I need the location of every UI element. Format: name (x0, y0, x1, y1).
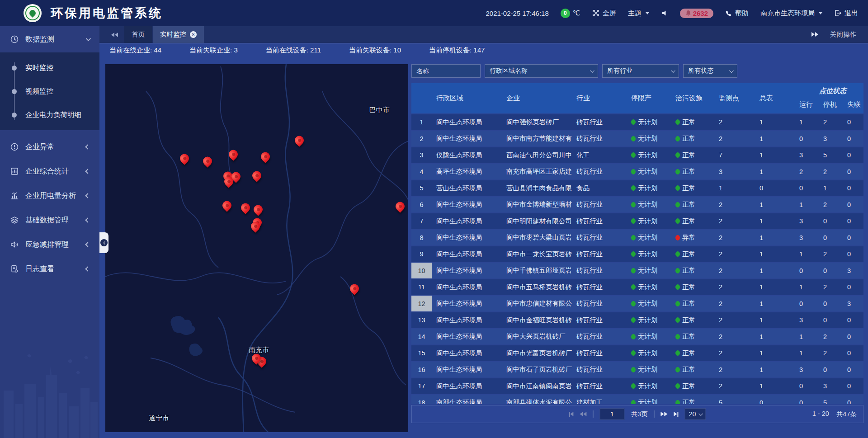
table-row[interactable]: 2 阆中生态环境局 阆中市南方节能建材有 砖瓦行业 无计划 正常 (411, 131, 863, 146)
brand: 环保用电监管系统 (24, 4, 163, 22)
chevron-left-icon (85, 217, 90, 222)
org-menu[interactable]: 南充市生态环境局 (760, 9, 822, 18)
table-row[interactable]: 5 营山生态环境局 营山县润丰肉食品有限 食品 无计划 正常 (411, 180, 863, 196)
table-row[interactable]: 8 阆中生态环境局 阆中市枣碧大梁山页岩 砖瓦行业 无计划 异常 (411, 230, 863, 245)
cell-region: 仪陇生态环境局 (432, 147, 502, 163)
limit-status-dot (631, 169, 636, 174)
name-search-input[interactable] (411, 64, 481, 78)
cell-points: 2 (715, 246, 755, 262)
limit-status-dot (631, 136, 636, 141)
row-number: 3 (411, 147, 432, 163)
sidebar-item-enterprise-abnormal[interactable]: 企业异常 (0, 135, 99, 159)
table-row[interactable]: 15 阆中生态环境局 阆中市光富页岩机砖厂 砖瓦行业 无计划 正常 (411, 345, 863, 361)
cell-region: 阆中生态环境局 (432, 296, 502, 311)
facility-status-dot (675, 350, 680, 356)
limit-status-dot (631, 218, 636, 224)
top-header: 环保用电监管系统 2021-02-25 17:46:18 0 ℃ 全屏 主题 (0, 0, 868, 26)
cell-points: 7 (715, 147, 755, 163)
logout-button[interactable]: 退出 (834, 9, 858, 18)
menu-node-icon (12, 113, 17, 118)
theme-menu[interactable]: 主题 (628, 9, 649, 18)
sidebar-subitem-realtime-monitor[interactable]: 实时监控 (0, 56, 99, 80)
sidebar-subitem-video-monitor[interactable]: 视频监控 (0, 80, 99, 103)
map-panel[interactable]: 巴中市南充市遂宁市 (105, 64, 408, 432)
cell-industry: 砖瓦行业 (572, 279, 624, 295)
chevron-down-icon (699, 411, 703, 416)
cell-facility: 正常 (671, 279, 715, 295)
report-chart-icon (10, 167, 19, 176)
table-row[interactable]: 3 仪陇生态环境局 西南油气田分公司川中 化工 无计划 正常 (411, 147, 863, 163)
last-page-button[interactable] (674, 412, 678, 417)
tabs-scroll-left-button[interactable] (105, 26, 124, 43)
sidebar-subitem-power-load-detail[interactable]: 企业电力负荷明细 (0, 103, 99, 127)
table-row[interactable]: 12 阆中生态环境局 阆中市忠信建材有限公 砖瓦行业 无计划 正常 (411, 296, 863, 311)
close-operations-button[interactable]: 关闭操作 (830, 30, 856, 39)
chevron-left-icon (100, 239, 108, 246)
map-base-lines (105, 64, 408, 432)
table-row[interactable]: 14 阆中生态环境局 阆中大兴页岩机砖厂 砖瓦行业 无计划 正常 (411, 329, 863, 344)
table-row[interactable]: 4 高坪生态环境局 南充市高坪区王家店建 砖瓦行业 无计划 正常 (411, 164, 863, 179)
tab-close-icon[interactable]: × (190, 31, 197, 38)
cell-limit: 无计划 (624, 395, 671, 404)
table-row[interactable]: 9 阆中生态环境局 阆中市二龙长宝页岩砖 砖瓦行业 无计划 正常 (411, 246, 863, 262)
tab-home[interactable]: 首页 (124, 26, 152, 43)
first-page-button[interactable] (569, 412, 573, 417)
cell-region: 阆中生态环境局 (432, 329, 502, 344)
table-row[interactable]: 18 南部生态环境局 南部县砌体水泥有限公 建材加工 无计划 正常 (411, 395, 863, 404)
facility-status-dot (675, 202, 680, 207)
cell-stop: 3 (821, 378, 845, 394)
table-row[interactable]: 6 阆中生态环境局 阆中市金博瑞新型墙材 砖瓦行业 无计划 正常 (411, 197, 863, 212)
sidebar-item-log-view[interactable]: 日志查看 (0, 257, 99, 281)
sidebar-item-power-usage-analysis[interactable]: 企业用电量分析 (0, 184, 99, 208)
sidebar-item-base-data[interactable]: 基础数据管理 (0, 208, 99, 232)
cell-limit: 无计划 (624, 197, 671, 212)
cell-company: 阆中市五马桥页岩机砖 (502, 279, 572, 295)
divider (593, 410, 593, 418)
table-row[interactable]: 16 阆中生态环境局 阆中市石子页岩机砖厂 砖瓦行业 无计划 正常 (411, 362, 863, 377)
cell-stop: 3 (821, 131, 845, 146)
cell-facility: 异常 (671, 230, 715, 245)
cell-meters: 1 (755, 362, 796, 377)
cell-facility: 正常 (671, 197, 715, 212)
page-size-select[interactable]: 20 (684, 408, 706, 420)
page-number-input[interactable] (599, 408, 624, 420)
range-label: 1 - 20 (812, 410, 829, 419)
table-row[interactable]: 7 阆中生态环境局 阆中明阳建材有限公司 砖瓦行业 无计划 正常 (411, 213, 863, 229)
row-number: 18 (411, 395, 432, 404)
industry-filter-select[interactable]: 所有行业 (602, 64, 679, 78)
table-row[interactable]: 10 阆中生态环境局 阆中千佛镇五郎垭页岩 砖瓦行业 无计划 正常 (411, 263, 863, 278)
cell-lost: 0 (845, 131, 863, 146)
facility-status-dot (675, 284, 680, 290)
fullscreen-button[interactable]: 全屏 (592, 9, 616, 18)
stat-offline-enterprises: 当前失联企业: 3 (189, 46, 238, 55)
cell-limit: 无计划 (624, 180, 671, 196)
table-row[interactable]: 13 阆中生态环境局 阆中市金福旺页岩机砖 砖瓦行业 无计划 正常 (411, 312, 863, 328)
tabs-scroll-right-button[interactable] (811, 32, 818, 37)
mute-button[interactable] (661, 9, 668, 17)
chevron-down-icon (671, 68, 675, 73)
status-filter-select[interactable]: 所有状态 (683, 64, 737, 78)
region-filter-select[interactable]: 行政区域名称 (485, 64, 598, 78)
prev-page-button[interactable] (580, 412, 586, 416)
cell-lost: 0 (845, 213, 863, 229)
next-page-button[interactable] (660, 412, 667, 416)
sidebar-collapse-button[interactable] (99, 232, 108, 253)
cell-lost: 0 (845, 114, 863, 130)
table-row[interactable]: 1 阆中生态环境局 阆中强锐页岩砖厂 砖瓦行业 无计划 正常 (411, 114, 863, 130)
tab-realtime-monitor[interactable]: 实时监控 × (153, 26, 204, 43)
table-row[interactable]: 11 阆中生态环境局 阆中市五马桥页岩机砖 砖瓦行业 无计划 正常 (411, 279, 863, 295)
sidebar-item-enterprise-statistics[interactable]: 企业综合统计 (0, 159, 99, 184)
cell-points: 2 (715, 213, 755, 229)
table-row[interactable]: 17 阆中生态环境局 阆中市江南镇阆南页岩 砖瓦行业 无计划 正常 (411, 378, 863, 394)
cell-run: 0 (796, 395, 821, 404)
row-number: 6 (411, 197, 432, 212)
cell-lost: 0 (845, 147, 863, 163)
cell-company: 阆中市江南镇阆南页岩 (502, 378, 572, 394)
alarm-badge[interactable]: 2632 (680, 9, 713, 18)
sidebar-item-emergency-reduction[interactable]: 应急减排管理 (0, 232, 99, 257)
cell-region: 阆中生态环境局 (432, 345, 502, 361)
sidebar-item-data-monitoring[interactable]: 数据监测 (0, 26, 99, 52)
limit-status-dot (631, 334, 636, 339)
help-button[interactable]: 帮助 (725, 9, 749, 18)
stat-offline-devices: 当前失联设备: 10 (349, 46, 401, 55)
